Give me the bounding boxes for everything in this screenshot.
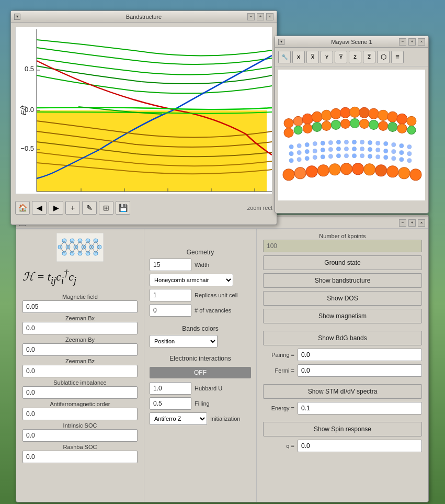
mayavi-list-icon[interactable]: ≡ — [391, 51, 404, 63]
svg-point-61 — [368, 141, 372, 145]
show-bdg-button[interactable]: Show BdG bands — [263, 331, 422, 345]
svg-point-71 — [321, 148, 325, 152]
svg-text:−0.5: −0.5 — [20, 144, 34, 152]
rashba-soc-input[interactable] — [22, 451, 138, 463]
band-plot-area[interactable]: 0.5 0.0 −0.5 0.2 0.4 0.6 0.8 1.0 E/t k/(… — [15, 27, 272, 194]
bands-color-select[interactable]: Position Spin None — [150, 335, 218, 348]
show-spin-button[interactable]: Show Spin response — [263, 422, 422, 436]
svg-point-24 — [293, 116, 303, 126]
grid-icon[interactable]: ⊞ — [99, 201, 113, 215]
svg-point-59 — [352, 140, 357, 144]
pairing-input[interactable] — [298, 349, 422, 361]
svg-point-56 — [328, 141, 333, 145]
band-maximize-btn[interactable]: + — [257, 13, 264, 20]
svg-point-91 — [352, 154, 357, 158]
mayavi-plot-area[interactable] — [278, 70, 425, 200]
svg-point-25 — [302, 114, 313, 124]
hubbard-input[interactable] — [150, 382, 191, 395]
svg-point-74 — [344, 147, 348, 151]
show-magnetism-button[interactable]: Show magnetism — [263, 309, 422, 323]
antiferro-input[interactable] — [22, 408, 138, 420]
svg-point-55 — [321, 141, 325, 145]
svg-point-45 — [360, 119, 369, 128]
win-strip-band: ▾ — [14, 14, 20, 20]
show-dos-button[interactable]: Show DOS — [263, 291, 422, 306]
show-bandstructure-button[interactable]: Show bandstructure — [263, 273, 422, 288]
filling-input[interactable] — [150, 397, 191, 410]
svg-point-64 — [392, 143, 396, 147]
bands-color-row: Position Spin None — [150, 335, 251, 348]
graphene-lattice-image — [56, 233, 104, 262]
svg-point-110 — [410, 169, 421, 181]
zeeman-bx-group: Zeeman Bx — [22, 315, 138, 334]
zeeman-bz-input[interactable] — [22, 365, 138, 377]
intrinsic-soc-input[interactable] — [22, 429, 138, 442]
electronic-section-label: Electronic interactions — [150, 355, 251, 362]
svg-point-27 — [321, 110, 332, 120]
mayavi-title: Mayavi Scene 1 — [331, 39, 372, 45]
mayavi-x1-icon[interactable]: X — [292, 51, 305, 63]
svg-point-43 — [340, 119, 350, 128]
svg-rect-111 — [56, 233, 104, 262]
mayavi-z1-icon[interactable]: Z — [349, 51, 361, 63]
svg-point-69 — [305, 150, 309, 154]
main-maximize-btn[interactable]: + — [408, 219, 416, 227]
svg-point-95 — [384, 155, 388, 160]
svg-point-31 — [359, 107, 370, 118]
main-minimize-btn[interactable]: − — [399, 219, 406, 227]
mayavi-maximize-btn[interactable]: + — [408, 38, 416, 46]
svg-point-96 — [392, 156, 396, 161]
back-icon[interactable]: ◀ — [32, 201, 47, 215]
width-input[interactable] — [150, 259, 191, 271]
q-input[interactable] — [298, 440, 422, 452]
fermi-input[interactable] — [298, 364, 422, 377]
mayavi-x2-icon[interactable]: X — [306, 51, 319, 63]
svg-point-32 — [369, 108, 379, 119]
main-close-btn[interactable]: × — [418, 219, 425, 227]
svg-point-34 — [387, 111, 398, 122]
svg-point-92 — [360, 154, 364, 158]
energy-input[interactable] — [298, 402, 422, 415]
mayavi-logo-icon[interactable]: 🔧 — [278, 51, 291, 63]
mayavi-y-icon[interactable]: Y — [321, 51, 333, 63]
mayavi-z2-icon[interactable]: Z — [363, 51, 375, 63]
svg-point-60 — [360, 140, 364, 144]
mayavi-window: ▾ Mayavi Scene 1 − + × 🔧 X X Y Y Z Z ⬡ ≡ — [275, 36, 429, 214]
band-minimize-btn[interactable]: − — [247, 13, 255, 20]
svg-point-29 — [340, 107, 350, 118]
zoom-in-icon[interactable]: + — [65, 201, 80, 215]
svg-rect-0 — [37, 110, 267, 192]
zeeman-bz-label: Zeeman Bz — [22, 358, 138, 364]
mayavi-win-arrow[interactable]: ▾ — [278, 39, 284, 45]
mayavi-close-btn[interactable]: × — [418, 38, 425, 46]
mayavi-cube-icon[interactable]: ⬡ — [377, 51, 390, 63]
win-strip-mayavi: ▾ — [278, 39, 284, 45]
zeeman-bx-label: Zeeman Bx — [22, 315, 138, 321]
band-close-btn[interactable]: × — [266, 13, 273, 20]
init-label: Initialization — [210, 416, 240, 422]
save-icon[interactable]: 💾 — [116, 201, 130, 215]
kpoints-input[interactable] — [263, 240, 422, 252]
sublattice-input[interactable] — [22, 386, 138, 399]
show-stm-button[interactable]: Show STM dI/dV spectra — [263, 384, 422, 399]
replicas-input[interactable] — [150, 289, 191, 301]
edit-icon[interactable]: ✎ — [82, 201, 97, 215]
magnetic-field-input[interactable] — [22, 300, 138, 313]
zeeman-by-input[interactable] — [22, 343, 138, 356]
home-icon[interactable]: 🏠 — [15, 201, 30, 215]
ground-state-button[interactable]: Ground state — [263, 255, 422, 270]
forward-icon[interactable]: ▶ — [49, 201, 63, 215]
init-select[interactable]: Antiferro Z Ferro Random — [150, 412, 207, 425]
zeeman-bx-input[interactable] — [22, 322, 138, 334]
mayavi-y2-icon[interactable]: Y — [335, 51, 347, 63]
vacancies-input[interactable] — [150, 304, 191, 317]
mayavi-minimize-btn[interactable]: − — [399, 38, 406, 46]
geometry-section-label: Geometry — [150, 249, 251, 256]
electronic-toggle[interactable]: OFF — [150, 367, 251, 378]
geometry-type-select[interactable]: Honeycomb armchair Honeycomb zigzag Squa… — [150, 274, 233, 286]
hubbard-row: Hubbard U — [150, 382, 251, 395]
pairing-label: Pairing = — [263, 352, 294, 358]
svg-point-40 — [312, 122, 322, 131]
band-win-arrow[interactable]: ▾ — [14, 14, 20, 20]
fermi-row: Fermi = — [263, 364, 422, 377]
